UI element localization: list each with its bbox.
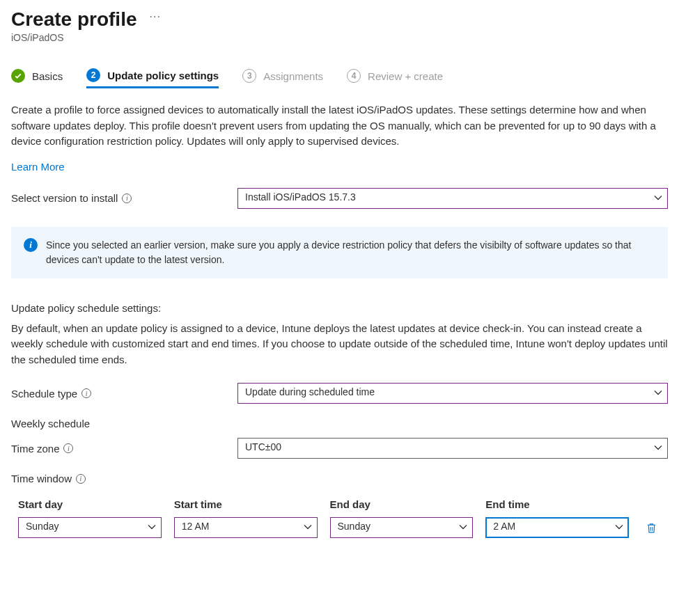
label-text: Time window: [11, 473, 72, 484]
label-text: Select version to install: [11, 192, 118, 204]
step-update-policy-settings[interactable]: 2 Update policy settings: [86, 68, 219, 88]
label-text: Time zone: [11, 443, 59, 455]
step-number-icon: 2: [86, 68, 100, 82]
weekly-schedule-heading: Weekly schedule: [11, 418, 668, 429]
col-start-day: Start day: [18, 498, 162, 510]
start-time-select[interactable]: 12 AM: [174, 517, 318, 538]
step-label: Update policy settings: [107, 70, 219, 81]
learn-more-link[interactable]: Learn More: [11, 161, 65, 173]
trash-icon: [646, 522, 657, 534]
step-review-create[interactable]: 4 Review + create: [347, 69, 443, 87]
delete-row-button[interactable]: [643, 520, 659, 535]
page-subtitle: iOS/iPadOS: [11, 32, 668, 43]
checkmark-icon: [11, 69, 25, 83]
step-number-icon: 4: [347, 69, 361, 83]
info-icon[interactable]: i: [63, 443, 73, 453]
description-text: Create a profile to force assigned devic…: [11, 102, 668, 150]
label-text: Schedule type: [11, 388, 77, 400]
end-time-select[interactable]: 2 AM: [485, 517, 629, 538]
timezone-select[interactable]: UTC±00: [237, 438, 668, 459]
end-day-select[interactable]: Sunday: [330, 517, 474, 538]
version-label: Select version to install i: [11, 192, 237, 204]
info-icon: i: [24, 238, 38, 252]
info-icon[interactable]: i: [122, 194, 132, 203]
info-icon[interactable]: i: [81, 388, 91, 398]
schedule-settings-heading: Update policy schedule settings:: [11, 302, 668, 314]
col-end-day: End day: [330, 498, 474, 510]
table-row: Sunday 12 AM Sunday 2 AM: [11, 517, 668, 538]
step-label: Review + create: [368, 70, 443, 82]
step-label: Basics: [32, 70, 63, 82]
info-banner: i Since you selected an earlier version,…: [11, 227, 668, 278]
step-label: Assignments: [263, 70, 323, 82]
info-banner-text: Since you selected an earlier version, m…: [46, 238, 655, 267]
step-assignments[interactable]: 3 Assignments: [242, 69, 323, 87]
version-select[interactable]: Install iOS/iPadOS 15.7.3: [237, 188, 668, 209]
step-basics[interactable]: Basics: [11, 69, 63, 87]
step-number-icon: 3: [242, 69, 256, 83]
col-end-time: End time: [485, 498, 629, 510]
wizard-stepper: Basics 2 Update policy settings 3 Assign…: [11, 68, 668, 88]
timezone-label: Time zone i: [11, 443, 237, 455]
info-icon[interactable]: i: [76, 474, 86, 484]
start-day-select[interactable]: Sunday: [18, 517, 162, 538]
schedule-type-label: Schedule type i: [11, 388, 237, 400]
time-window-table: Start day Start time End day End time Su…: [11, 498, 668, 538]
time-window-label: Time window i: [11, 473, 668, 484]
schedule-settings-desc: By default, when an update policy is ass…: [11, 321, 668, 368]
schedule-type-select[interactable]: Update during scheduled time: [237, 383, 668, 404]
page-title: Create profile: [11, 8, 137, 31]
col-start-time: Start time: [174, 498, 318, 510]
more-actions-icon[interactable]: ···: [150, 10, 161, 23]
